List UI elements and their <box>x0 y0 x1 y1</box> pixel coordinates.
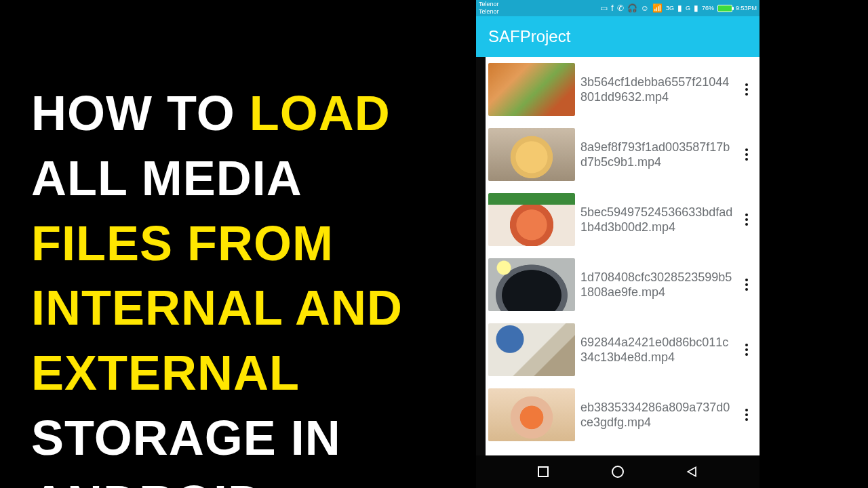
whatsapp-icon: ✆ <box>617 3 624 13</box>
headline-part-3: STORAGE IN ANDROID STUDIO <box>31 411 341 488</box>
chat-icon: ▭ <box>600 3 608 13</box>
status-time: 9:53PM <box>736 5 757 12</box>
list-item[interactable]: 5bec59497524536633bdfad1b4d3b00d2.mp4 <box>486 187 760 252</box>
carrier-1: Telenor <box>479 1 499 7</box>
phone-frame: Telenor Telenor ▭ f ✆ 🎧 ☺ 📶 3G ▮ G ▮ 76%… <box>476 0 760 488</box>
app-title: SAFProject <box>488 27 570 46</box>
headphones-icon: 🎧 <box>627 3 637 13</box>
signal-2-icon: ▮ <box>694 3 698 13</box>
nav-bar <box>476 455 760 488</box>
video-thumbnail <box>488 323 575 376</box>
nav-back-button[interactable] <box>685 464 700 479</box>
file-name: 5bec59497524536633bdfad1b4d3b00d2.mp4 <box>580 205 734 235</box>
list-item[interactable]: 8a9ef8f793f1ad003587f17bd7b5c9b1.mp4 <box>486 122 760 187</box>
headline-part-1: HOW TO <box>31 86 250 140</box>
snapchat-icon: ☺ <box>641 3 649 13</box>
more-icon[interactable] <box>739 148 754 161</box>
file-name: 8a9ef8f793f1ad003587f17bd7b5c9b1.mp4 <box>580 140 734 170</box>
app-bar: SAFProject <box>476 16 760 57</box>
list-item[interactable]: 1d708408cfc3028523599b51808ae9fe.mp4 <box>486 252 760 317</box>
file-name: 692844a2421e0d86bc011c34c13b4e8d.mp4 <box>580 335 734 365</box>
nav-home-button[interactable] <box>610 464 625 479</box>
list-item[interactable]: 3b564cf1debba6557f21044801dd9632.mp4 <box>486 57 760 122</box>
headline-highlight-1: LOAD <box>250 86 391 140</box>
network-g-icon: G <box>686 5 690 12</box>
carrier-2: Telenor <box>479 9 499 15</box>
battery-pct: 76% <box>702 5 714 12</box>
headline-part-2: ALL MEDIA <box>31 151 300 205</box>
more-icon[interactable] <box>739 409 754 421</box>
video-thumbnail <box>488 258 575 311</box>
more-icon[interactable] <box>739 83 754 96</box>
facebook-icon: f <box>611 3 613 13</box>
headline-highlight-2: FILES FROM INTERNAL AND EXTERNAL <box>31 216 403 401</box>
battery-icon <box>717 5 732 12</box>
file-name: eb3835334286a809a737d0ce3gdfg.mp4 <box>580 400 734 430</box>
wifi-icon: 📶 <box>652 3 663 13</box>
more-icon[interactable] <box>739 344 754 356</box>
signal-1-icon: ▮ <box>677 3 682 13</box>
video-thumbnail <box>488 63 575 116</box>
more-icon[interactable] <box>739 214 754 226</box>
status-right: ▭ f ✆ 🎧 ☺ 📶 3G ▮ G ▮ 76% 9:53PM <box>600 3 757 13</box>
nav-recent-button[interactable] <box>536 464 551 479</box>
stage: HOW TO LOAD ALL MEDIA FILES FROM INTERNA… <box>0 0 868 488</box>
file-list: 3b564cf1debba6557f21044801dd9632.mp4 8a9… <box>486 57 760 447</box>
status-bar: Telenor Telenor ▭ f ✆ 🎧 ☺ 📶 3G ▮ G ▮ 76%… <box>476 0 760 16</box>
screen[interactable]: 3b564cf1debba6557f21044801dd9632.mp4 8a9… <box>486 57 760 455</box>
list-item[interactable]: eb3835334286a809a737d0ce3gdfg.mp4 <box>486 382 760 447</box>
headline: HOW TO LOAD ALL MEDIA FILES FROM INTERNA… <box>31 81 452 488</box>
status-carrier: Telenor Telenor <box>479 1 499 15</box>
file-name: 3b564cf1debba6557f21044801dd9632.mp4 <box>580 75 734 105</box>
network-3g-icon: 3G <box>666 5 674 12</box>
list-item[interactable]: 692844a2421e0d86bc011c34c13b4e8d.mp4 <box>486 317 760 382</box>
more-icon[interactable] <box>739 279 754 291</box>
video-thumbnail <box>488 388 575 441</box>
video-thumbnail <box>488 128 575 181</box>
video-thumbnail <box>488 193 575 246</box>
file-name: 1d708408cfc3028523599b51808ae9fe.mp4 <box>580 270 734 300</box>
